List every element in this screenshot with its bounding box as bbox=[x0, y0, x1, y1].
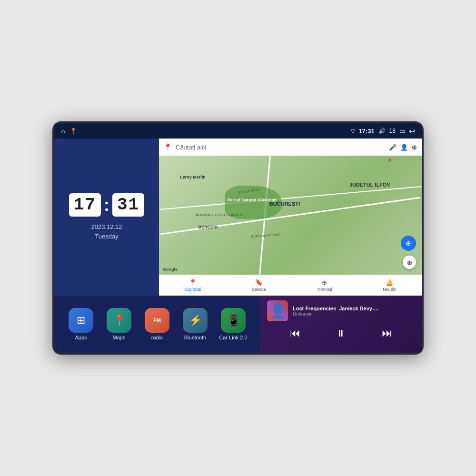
music-controls: ⏮ ⏸ ⏭ bbox=[267, 325, 415, 341]
map-bottom-nav: 📍 Explorați 🔖 Salvate ⊕ Trimiteți 🔔 Nout… bbox=[159, 275, 422, 296]
apps-icon: ⊞ bbox=[69, 308, 93, 333]
album-art-inner: 👤 bbox=[267, 300, 288, 321]
map-nav-news-label: Noutăți bbox=[383, 287, 397, 292]
map-county-label: JUDEȚUL ILFOV bbox=[349, 182, 390, 188]
bluetooth-label: Bluetooth bbox=[184, 335, 206, 340]
map-search-bar[interactable]: 📍 Căutați aici 🎤 👤 ⊛ bbox=[159, 139, 422, 156]
account-icon[interactable]: 👤 bbox=[400, 144, 408, 151]
maps-icon: 📍 bbox=[107, 308, 131, 333]
status-time: 17:31 bbox=[358, 128, 374, 135]
battery-icon: ▭ bbox=[399, 128, 405, 135]
map-nav-explore[interactable]: 📍 Explorați bbox=[184, 279, 201, 292]
map-sector-label: BUCUREȘTI SECTORUL 4 bbox=[196, 213, 242, 217]
album-art: 👤 bbox=[267, 300, 288, 321]
map-pin-top: 📍 bbox=[386, 158, 393, 165]
music-title: Lost Frequencies_Janieck Devy-... bbox=[293, 306, 415, 311]
map-berceni-label: BERCENI bbox=[198, 225, 218, 229]
bluetooth-icon: ⚡ bbox=[183, 308, 208, 333]
clock-colon: : bbox=[104, 195, 109, 215]
map-nav-saved-label: Salvate bbox=[252, 287, 266, 292]
main-area: 17 : 31 2023.12.12 Tuesday 📍 Căutați aic… bbox=[54, 139, 422, 353]
carlink-icon: 📱 bbox=[221, 308, 246, 333]
radio-label: radio bbox=[151, 335, 163, 340]
signal-icon: ▽ bbox=[351, 128, 355, 134]
map-search-icons: 🎤 👤 ⊛ bbox=[389, 144, 417, 151]
map-nav-news[interactable]: 🔔 Noutăți bbox=[383, 279, 397, 292]
music-info: 👤 Lost Frequencies_Janieck Devy-... Unkn… bbox=[267, 300, 415, 321]
home-icon[interactable]: ⌂ bbox=[61, 127, 65, 135]
map-nav-send[interactable]: ⊕ Trimiteți bbox=[317, 279, 332, 292]
music-player: 👤 Lost Frequencies_Janieck Devy-... Unkn… bbox=[260, 296, 422, 353]
music-text: Lost Frequencies_Janieck Devy-... Unknow… bbox=[293, 306, 415, 317]
back-icon[interactable]: ↩ bbox=[409, 127, 415, 136]
music-artist: Unknown bbox=[293, 311, 415, 317]
car-head-unit: ⌂ 📍 ▽ 17:31 🔊 18 ▭ ↩ 17 : 31 2023.12.12 bbox=[52, 121, 424, 355]
map-nav-explore-label: Explorați bbox=[184, 287, 201, 292]
volume-icon: 🔊 bbox=[378, 128, 386, 134]
maps-label: Maps bbox=[113, 335, 126, 340]
clock-display: 17 : 31 bbox=[69, 193, 144, 217]
status-left-icons: ⌂ 📍 bbox=[61, 127, 77, 135]
saved-icon: 🔖 bbox=[255, 279, 263, 286]
play-pause-button[interactable]: ⏸ bbox=[332, 326, 349, 341]
map-search-text[interactable]: Căutați aici bbox=[176, 144, 385, 151]
battery-level: 18 bbox=[389, 128, 396, 134]
app-item-maps[interactable]: 📍 Maps bbox=[100, 308, 138, 340]
map-compass[interactable]: ⊛ bbox=[403, 256, 416, 269]
map-street-label2: Șoseaua Berceni bbox=[251, 232, 280, 238]
maps-pin-icon[interactable]: 📍 bbox=[69, 128, 77, 135]
app-item-apps[interactable]: ⊞ Apps bbox=[62, 308, 100, 340]
google-maps-pin-icon: 📍 bbox=[164, 143, 172, 151]
send-icon: ⊕ bbox=[322, 279, 327, 286]
top-section: 17 : 31 2023.12.12 Tuesday 📍 Căutați aic… bbox=[54, 139, 422, 296]
clock-widget: 17 : 31 2023.12.12 Tuesday bbox=[54, 139, 159, 296]
status-bar: ⌂ 📍 ▽ 17:31 🔊 18 ▭ ↩ bbox=[54, 123, 422, 139]
apps-grid: ⊞ Apps 📍 Maps FM radio bbox=[54, 296, 260, 353]
map-nav-send-label: Trimiteți bbox=[317, 287, 332, 292]
map-leroy-label: Leroy Merlin bbox=[180, 175, 206, 179]
clock-minutes: 31 bbox=[112, 193, 144, 217]
app-item-carlink[interactable]: 📱 Car Link 2.0 bbox=[214, 308, 252, 340]
explore-icon: 📍 bbox=[189, 279, 197, 286]
clock-hours: 17 bbox=[69, 193, 101, 217]
mic-icon[interactable]: 🎤 bbox=[389, 144, 397, 151]
status-right-info: ▽ 17:31 🔊 18 ▭ ↩ bbox=[351, 127, 415, 136]
clock-date: 2023.12.12 Tuesday bbox=[91, 222, 122, 241]
carlink-label: Car Link 2.0 bbox=[219, 335, 247, 340]
app-item-bluetooth[interactable]: ⚡ Bluetooth bbox=[176, 308, 214, 340]
news-icon: 🔔 bbox=[386, 279, 393, 286]
bottom-section: ⊞ Apps 📍 Maps FM radio bbox=[54, 296, 422, 353]
apps-label: Apps bbox=[75, 335, 87, 340]
map-body[interactable]: Parcul Natural Văcărești BUCUREȘTI JUDEȚ… bbox=[159, 156, 422, 275]
map-widget[interactable]: 📍 Căutați aici 🎤 👤 ⊛ Parcul Natural Văcă… bbox=[159, 139, 422, 296]
prev-button[interactable]: ⏮ bbox=[286, 325, 304, 341]
next-button[interactable]: ⏭ bbox=[378, 325, 396, 341]
map-locate-button[interactable]: ⊕ bbox=[401, 236, 416, 251]
map-nav-saved[interactable]: 🔖 Salvate bbox=[252, 279, 266, 292]
google-logo: Google bbox=[163, 267, 178, 272]
layers-icon[interactable]: ⊛ bbox=[412, 144, 417, 151]
map-city-label: BUCUREȘTI bbox=[269, 201, 300, 207]
radio-icon: FM bbox=[145, 308, 169, 333]
app-item-radio[interactable]: FM radio bbox=[138, 308, 176, 340]
